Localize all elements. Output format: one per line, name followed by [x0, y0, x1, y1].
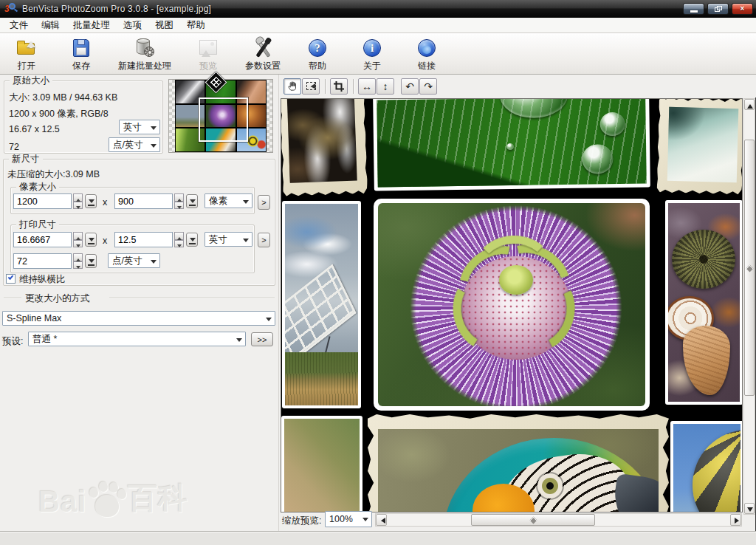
preset-expand-button[interactable]: >> — [251, 332, 273, 346]
title-bar: 3 BenVista PhotoZoom Pro 3.0.8 - [exampl… — [0, 0, 756, 18]
print-width-input[interactable] — [13, 232, 72, 247]
print-height-spinner[interactable] — [174, 232, 184, 247]
photo-rocks-stream — [281, 98, 368, 196]
resolution-spinner[interactable] — [73, 253, 83, 269]
baidu-watermark: Bai 百科 — [38, 478, 188, 518]
menu-batch[interactable]: 批量处理 — [66, 18, 117, 33]
pixel-width-spinner[interactable] — [73, 193, 83, 209]
pixel-width-input[interactable] — [13, 193, 72, 209]
chevron-down-icon — [362, 518, 368, 524]
pixel-height-history-dropdown[interactable] — [186, 194, 198, 208]
preview-image-icon — [196, 37, 220, 59]
pixel-height-spinner[interactable] — [174, 193, 184, 209]
flip-horizontal-button[interactable]: ↔ — [358, 78, 376, 95]
photo-hot-air-balloon — [670, 421, 743, 513]
settings-button[interactable]: 参数设置 — [241, 36, 285, 72]
spin-down-icon[interactable] — [73, 261, 83, 270]
menu-options[interactable]: 选项 — [117, 18, 148, 33]
spin-up-icon[interactable] — [174, 193, 184, 202]
spin-down-icon[interactable] — [174, 202, 184, 210]
marquee-tool-button[interactable] — [302, 78, 320, 95]
spin-up-icon[interactable] — [73, 253, 83, 261]
links-globe-icon — [415, 37, 439, 59]
filmstrip-checker-right — [267, 80, 272, 152]
zoom-level-combo[interactable]: 100% — [325, 511, 372, 527]
app-window: 3 BenVista PhotoZoom Pro 3.0.8 - [exampl… — [0, 0, 756, 545]
resize-method-title: 更改大小的方式 — [25, 292, 90, 305]
preview-button[interactable]: 预览 — [186, 36, 230, 72]
print-height-input[interactable] — [114, 232, 173, 247]
rotate-cw-button[interactable]: ↷ — [419, 78, 437, 95]
minimize-button[interactable] — [683, 3, 704, 15]
hand-tool-button[interactable] — [284, 78, 301, 95]
spin-down-icon[interactable] — [73, 202, 83, 210]
save-floppy-icon — [69, 37, 93, 59]
pixel-apply-button[interactable]: > — [258, 195, 270, 210]
print-apply-button[interactable]: > — [258, 233, 270, 247]
preset-combo[interactable]: 普通 * — [28, 332, 246, 346]
links-button[interactable]: 链接 — [405, 36, 449, 72]
about-button[interactable]: i 关于 — [350, 36, 394, 72]
print-width-spinner[interactable] — [73, 232, 83, 247]
spin-down-icon[interactable] — [174, 240, 184, 248]
flip-vertical-button[interactable]: ↕ — [377, 78, 394, 95]
save-button[interactable]: 保存 — [59, 36, 103, 72]
rotate-ccw-icon: ↶ — [405, 80, 414, 92]
zoom-preview-label: 缩放预览: — [282, 515, 321, 527]
close-button[interactable]: × — [732, 3, 753, 15]
help-button[interactable]: ? 帮助 — [295, 36, 340, 72]
times-label: x — [103, 236, 107, 246]
horizontal-scroll-thumb[interactable] — [471, 514, 595, 526]
photo-blurred-foliage — [281, 416, 362, 513]
navigator-viewport-rect[interactable] — [199, 97, 248, 142]
vertical-scrollbar[interactable] — [743, 98, 755, 515]
menu-file[interactable]: 文件 — [3, 18, 35, 33]
crop-tool-button[interactable] — [330, 78, 348, 95]
preview-viewport[interactable] — [281, 98, 743, 513]
menu-help[interactable]: 帮助 — [180, 18, 212, 33]
spin-up-icon[interactable] — [174, 232, 184, 240]
menu-edit[interactable]: 编辑 — [35, 18, 66, 33]
pixel-unit-combo[interactable]: 像素 — [205, 193, 252, 208]
crop-icon — [334, 81, 344, 92]
print-unit-combo[interactable]: 英寸 — [205, 232, 252, 247]
original-print-unit-combo[interactable]: 英寸 — [119, 120, 160, 134]
vertical-scroll-thumb[interactable] — [744, 140, 755, 396]
pixel-height-input[interactable] — [114, 193, 173, 209]
scroll-left-button[interactable] — [376, 514, 387, 526]
about-info-icon: i — [360, 37, 384, 59]
menu-view[interactable]: 视图 — [148, 18, 180, 33]
scroll-down-button[interactable] — [744, 503, 755, 514]
original-file-size: 大小: 3.09 MB / 944.63 KB — [9, 92, 117, 104]
spin-up-icon[interactable] — [73, 232, 83, 240]
scroll-up-button[interactable] — [744, 99, 755, 110]
spin-down-icon[interactable] — [73, 240, 83, 248]
keep-aspect-label: 维持纵横比 — [19, 273, 66, 286]
resize-method-combo[interactable]: S-Spline Max — [2, 311, 275, 326]
scroll-right-button[interactable] — [730, 514, 741, 526]
baidu-paw-icon — [88, 481, 126, 518]
spin-up-icon[interactable] — [73, 193, 83, 202]
original-resolution-unit-combo[interactable]: 点/英寸 — [109, 137, 160, 152]
horizontal-scrollbar[interactable] — [375, 513, 742, 527]
original-pixel-dimensions: 1200 x 900 像素, RGB/8 — [9, 108, 109, 120]
rotate-cw-icon: ↷ — [424, 80, 433, 92]
rotate-ccw-button[interactable]: ↶ — [401, 78, 419, 95]
resolution-input[interactable] — [13, 253, 72, 269]
open-button[interactable]: 打开 — [4, 36, 49, 72]
thumbnail-navigator[interactable] — [168, 79, 273, 153]
resolution-unit-combo[interactable]: 点/英寸 — [108, 253, 160, 268]
print-width-history-dropdown[interactable] — [85, 233, 97, 247]
original-size-group: 原始大小 大小: 3.09 MB / 944.63 KB 1200 x 900 … — [4, 80, 163, 154]
keep-aspect-checkbox[interactable] — [6, 274, 16, 284]
print-height-history-dropdown[interactable] — [186, 233, 198, 247]
chevron-down-icon — [243, 239, 249, 245]
print-size-group: 打印尺寸 x 英寸 点/英寸 — [10, 224, 255, 273]
flip-vertical-icon: ↕ — [383, 80, 388, 92]
pixel-width-history-dropdown[interactable] — [85, 194, 97, 208]
restore-button[interactable] — [707, 3, 729, 15]
photo-macaw-parrot — [368, 414, 669, 513]
photo-seashells — [665, 200, 743, 405]
new-batch-button[interactable]: 新建批量处理 — [114, 36, 176, 72]
resolution-history-dropdown[interactable] — [85, 254, 97, 268]
